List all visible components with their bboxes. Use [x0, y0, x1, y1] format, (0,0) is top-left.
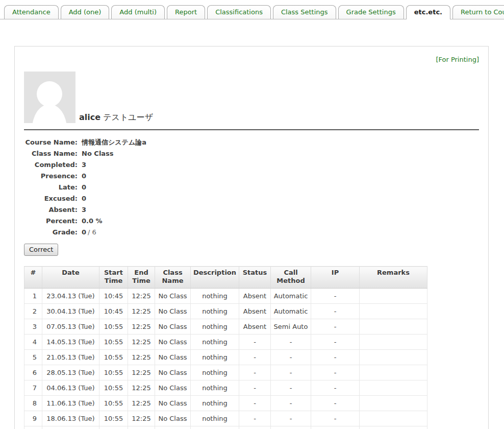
cell-ip: -: [311, 396, 360, 411]
cell-description: nothing: [191, 411, 239, 426]
cell-ip: -: [311, 304, 360, 319]
course-info: Course Name: 情報通信システム論a Class Name: No C…: [24, 137, 479, 238]
person-silhouette-icon: [24, 72, 75, 123]
cell-call-method: -: [271, 365, 311, 380]
cell-description: nothing: [191, 304, 239, 319]
cell-end-time: 12:25: [128, 304, 155, 319]
cell-end-time: 12:25: [128, 289, 155, 304]
cell-description: nothing: [191, 380, 239, 396]
cell-number: 9: [24, 411, 42, 426]
cell-date: [42, 426, 99, 429]
col-header-remarks: Remarks: [360, 267, 427, 289]
table-row: [24, 426, 427, 429]
info-value: 0.0 %: [82, 216, 103, 227]
cell-description: nothing: [191, 365, 239, 380]
tab-grade-settings[interactable]: Grade Settings: [338, 5, 404, 19]
info-row: Course Name: 情報通信システム論a: [24, 137, 479, 148]
info-value: 情報通信システム論a: [82, 137, 146, 148]
cell-start-time: 10:55: [99, 319, 128, 335]
cell-class-name: No Class: [155, 396, 191, 411]
cell-date: 14.05.13 (Tue): [42, 335, 99, 350]
table-row: 9 18.06.13 (Tue) 10:55 12:25 No Class no…: [24, 411, 427, 426]
info-label: Course Name:: [24, 137, 78, 148]
cell-remarks: [360, 411, 427, 426]
cell-end-time: 12:25: [128, 365, 155, 380]
tab-add-one[interactable]: Add (one): [61, 5, 110, 19]
table-header-row: # Date Start Time End Time Class Name De…: [24, 267, 427, 289]
info-label: Excused:: [24, 193, 78, 204]
cell-remarks: [360, 335, 427, 350]
tab-classifications[interactable]: Classifications: [207, 5, 271, 19]
cell-start-time: 10:55: [99, 350, 128, 365]
cell-ip: -: [311, 350, 360, 365]
cell-call-method: [271, 426, 311, 429]
cell-call-method: Automatic: [271, 289, 311, 304]
cell-date: 04.06.13 (Tue): [42, 380, 99, 396]
col-header-ip: IP: [311, 267, 360, 289]
info-value-suffix: / 6: [88, 227, 96, 238]
table-row: 4 14.05.13 (Tue) 10:55 12:25 No Class no…: [24, 335, 427, 350]
info-value: 0: [82, 182, 86, 193]
cell-number: 6: [24, 365, 42, 380]
cell-end-time: 12:25: [128, 350, 155, 365]
tab-add-multi[interactable]: Add (multi): [111, 5, 165, 19]
info-row: Late: 0: [24, 182, 479, 193]
cell-start-time: 10:45: [99, 304, 128, 319]
info-row: Class Name: No Class: [24, 148, 479, 159]
cell-end-time: [128, 426, 155, 429]
cell-description: nothing: [191, 319, 239, 335]
content-panel: [For Printing] alice テストユーザ Course Name:…: [14, 46, 489, 429]
col-header-date: Date: [42, 267, 99, 289]
cell-ip: -: [311, 380, 360, 396]
cell-status: -: [239, 396, 271, 411]
cell-number: 7: [24, 380, 42, 396]
cell-status: -: [239, 411, 271, 426]
cell-remarks: [360, 380, 427, 396]
cell-date: 18.06.13 (Tue): [42, 411, 99, 426]
print-row: [For Printing]: [24, 56, 479, 64]
cell-end-time: 12:25: [128, 335, 155, 350]
cell-number: 2: [24, 304, 42, 319]
table-row: 7 04.06.13 (Tue) 10:55 12:25 No Class no…: [24, 380, 427, 396]
cell-description: nothing: [191, 289, 239, 304]
info-label: Late:: [24, 182, 78, 193]
cell-start-time: 10:55: [99, 411, 128, 426]
cell-call-method: -: [271, 411, 311, 426]
cell-description: nothing: [191, 350, 239, 365]
cell-status: [239, 426, 271, 429]
cell-status: -: [239, 380, 271, 396]
for-printing-link[interactable]: [For Printing]: [436, 56, 479, 63]
cell-date: 30.04.13 (Tue): [42, 304, 99, 319]
table-row: 2 30.04.13 (Tue) 10:45 12:25 No Class no…: [24, 304, 427, 319]
cell-start-time: 10:55: [99, 365, 128, 380]
user-login: alice: [79, 112, 100, 122]
col-header-class-name: Class Name: [155, 267, 191, 289]
cell-ip: -: [311, 365, 360, 380]
avatar: [24, 72, 75, 123]
cell-call-method: Automatic: [271, 304, 311, 319]
tab-attendance[interactable]: Attendance: [4, 5, 59, 19]
tab-etc-etc[interactable]: etc.etc.: [406, 5, 450, 19]
cell-end-time: 12:25: [128, 411, 155, 426]
correct-button[interactable]: Correct: [24, 244, 58, 256]
cell-class-name: No Class: [155, 304, 191, 319]
info-label: Completed:: [24, 159, 78, 171]
cell-ip: [311, 426, 360, 429]
cell-class-name: No Class: [155, 380, 191, 396]
cell-remarks: [360, 319, 427, 335]
tab-return-to-course[interactable]: Return to Course: [452, 5, 504, 19]
cell-call-method: Semi Auto: [271, 319, 311, 335]
info-value: 3: [82, 204, 86, 216]
cell-status: Absent: [239, 319, 271, 335]
profile-section: alice テストユーザ: [24, 72, 479, 123]
info-label: Grade:: [24, 227, 78, 238]
tab-class-settings[interactable]: Class Settings: [273, 5, 336, 19]
cell-remarks: [360, 426, 427, 429]
col-header-call-method: Call Method: [271, 267, 311, 289]
col-header-description: Description: [191, 267, 239, 289]
cell-remarks: [360, 365, 427, 380]
user-name: alice テストユーザ: [79, 112, 153, 123]
tab-report[interactable]: Report: [167, 5, 205, 19]
info-label: Presence:: [24, 171, 78, 182]
table-row: 1 23.04.13 (Tue) 10:45 12:25 No Class no…: [24, 289, 427, 304]
